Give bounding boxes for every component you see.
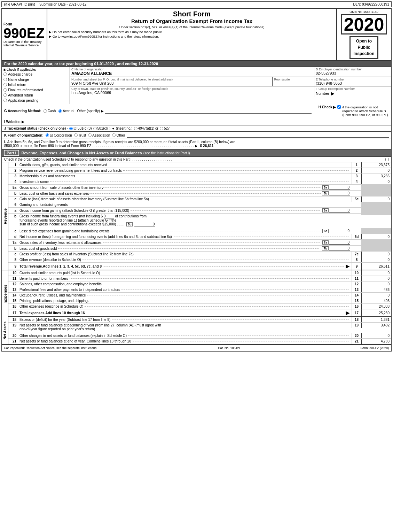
- line-5a: 5a Gross amount from sale of assets othe…: [8, 185, 391, 191]
- 501c-label: 501(c)( ) ◄ (insert no.): [97, 126, 133, 130]
- line-6a-num: a: [8, 208, 18, 213]
- room-label: Room/suite: [274, 78, 313, 81]
- employer-id-value: 82-5527933: [316, 71, 390, 75]
- year-box: 2020: [341, 14, 387, 34]
- other-field[interactable]: [105, 109, 312, 114]
- l-letter: L: [4, 140, 7, 144]
- other-org-option[interactable]: Other: [112, 133, 125, 137]
- corp-option[interactable]: ☑ Corporation: [46, 133, 72, 137]
- corp-radio[interactable]: [46, 133, 49, 137]
- paperwork-notice: For Paperwork Reduction Act Notice, see …: [4, 346, 97, 350]
- name-change-radio[interactable]: [3, 78, 7, 81]
- line-5a-desc: Gross amount from sale of assets other t…: [18, 185, 352, 190]
- line-17-ref: 17: [352, 309, 361, 316]
- line-6d-desc: Net income or (loss) from gaming and fun…: [18, 234, 352, 239]
- 527-option[interactable]: 527: [160, 126, 170, 130]
- line-7a: 7a Gross sales of inventory, less return…: [8, 240, 391, 246]
- name-change-row[interactable]: Name charge: [3, 77, 69, 82]
- final-return-row[interactable]: Final return/terminated: [3, 87, 69, 93]
- h-checkbox[interactable]: [337, 105, 341, 109]
- line-5c: c Gain or (loss) from sale of assets oth…: [8, 196, 391, 202]
- other-org-radio[interactable]: [112, 133, 116, 137]
- line-11-num: 11: [8, 276, 18, 281]
- irs-label: Internal Revenue Service: [3, 44, 39, 47]
- website-field[interactable]: [26, 119, 389, 124]
- line-12-ref: 12: [352, 282, 361, 287]
- 4947a1-label: 4947(a)(1) or: [138, 126, 158, 130]
- other-label: Other (specify) ▶: [77, 109, 104, 113]
- line-5b: b Less: cost or other basis and sales ex…: [8, 191, 391, 196]
- accrual-radio[interactable]: [58, 109, 62, 113]
- line-8-num: 8: [8, 257, 18, 262]
- line-6-amt-shaded: [361, 202, 391, 207]
- 501c-radio[interactable]: [93, 127, 97, 130]
- address-change-radio[interactable]: [3, 72, 7, 76]
- line-18-num: 18: [8, 317, 18, 322]
- line-7b-desc: Less: cost of goods sold 7b 0: [18, 246, 352, 251]
- cash-option[interactable]: Cash: [44, 109, 56, 113]
- line-6a-amt-shaded: [361, 208, 391, 213]
- initial-return-radio[interactable]: [3, 83, 7, 86]
- line-4-amt: 0: [361, 179, 391, 184]
- line-9-ref: 9: [352, 263, 361, 270]
- application-pending-radio[interactable]: [3, 99, 7, 102]
- 4947a1-radio[interactable]: [134, 127, 137, 130]
- trust-radio[interactable]: [74, 133, 78, 137]
- tax-year-row: For the 2020 calendar year, or tax year …: [2, 61, 391, 67]
- line-15-ref: 15: [352, 298, 361, 303]
- k-row: K Form of organization: ☑ Corporation Tr…: [2, 132, 391, 139]
- line-8-ref: 8: [352, 257, 361, 262]
- line-11-ref: 11: [352, 276, 361, 281]
- line-4-ref: 4: [352, 179, 361, 184]
- assoc-radio[interactable]: [88, 133, 92, 137]
- schedule-o-checkbox[interactable]: [385, 158, 389, 161]
- line-21-amt: 4,783: [361, 339, 391, 344]
- cash-radio[interactable]: [44, 109, 47, 113]
- open-to-public-line2: Public: [353, 44, 374, 51]
- line-1-num: 1: [8, 162, 18, 168]
- dept-label: Department of the Treasury: [3, 40, 42, 44]
- final-return-radio[interactable]: [3, 88, 7, 92]
- line-11: 11 Benefits paid to or for members 11 0: [8, 276, 391, 282]
- line-20-desc: Other changes in net assets or fund bala…: [18, 333, 352, 338]
- employer-id-label: D Employer identification number: [316, 68, 390, 71]
- h-description: if the organization is notrequired to at…: [342, 105, 389, 117]
- line-1: 1 Contributions, gifts, grants, and simi…: [8, 162, 391, 168]
- line-9: 9 Total revenue. Add lines 1, 2, 3, 4, 5…: [8, 263, 391, 270]
- line-14-desc: Occupancy, rent, utilities, and maintena…: [18, 293, 352, 298]
- 4947a1-option[interactable]: 4947(a)(1) or: [134, 126, 158, 130]
- phone-cell: E Telephone number (310) 948-3653: [314, 77, 391, 86]
- line-17: 17 Total expenses. Add lines 10 through …: [8, 309, 391, 317]
- amended-return-row[interactable]: Amended return: [3, 93, 69, 98]
- revenue-lines: 1 Contributions, gifts, grants, and simi…: [8, 162, 391, 270]
- line-20-ref: 20: [352, 333, 361, 338]
- schedule-o-text: Check if the organization used Schedule …: [4, 157, 172, 161]
- amended-return-radio[interactable]: [3, 93, 7, 97]
- form-container: Form 990EZ Department of the Treasury In…: [1, 8, 392, 352]
- l-row: L Add lines 5b, 6c, and 7b to line 9 to …: [2, 139, 391, 149]
- address-change-row[interactable]: Address charge: [3, 72, 69, 77]
- trust-option[interactable]: Trust: [74, 133, 86, 137]
- revenue-label-cell: Revenue: [2, 162, 8, 270]
- line-6c-amt-shaded: [361, 228, 391, 234]
- 501c-option[interactable]: 501(c)( ) ◄ (insert no.): [93, 126, 133, 130]
- accrual-option[interactable]: Accrual: [58, 109, 74, 113]
- line-20: 20 Other changes in net assets or fund b…: [8, 333, 391, 339]
- line-4-num: 4: [8, 179, 18, 184]
- expenses-lines: 10 Grants and similar amounts paid (list…: [8, 270, 391, 317]
- line-9-amt: 26,611: [361, 263, 391, 270]
- initial-return-row[interactable]: Initial return: [3, 82, 69, 87]
- line-21: 21 Net assets or fund balances at end of…: [8, 339, 391, 344]
- 501c3-option[interactable]: ☑ 501(c)(3): [69, 126, 92, 130]
- phone-label: E Telephone number: [316, 78, 390, 81]
- 527-radio[interactable]: [160, 127, 163, 130]
- line-16-desc: Other expenses (describe in Schedule O): [18, 304, 352, 309]
- other-org-field[interactable]: [127, 133, 389, 138]
- line-20-amt: 0: [361, 333, 391, 338]
- 501c3-radio[interactable]: [69, 127, 73, 130]
- short-form-title: Short Form: [49, 10, 335, 18]
- left-sidebar: B Check if applicable: Address charge Na…: [2, 67, 70, 104]
- h-check-section: H Check ▶ if the organization is notrequ…: [319, 105, 389, 117]
- application-pending-row[interactable]: Application pending: [3, 98, 69, 103]
- assoc-option[interactable]: Association: [88, 133, 110, 137]
